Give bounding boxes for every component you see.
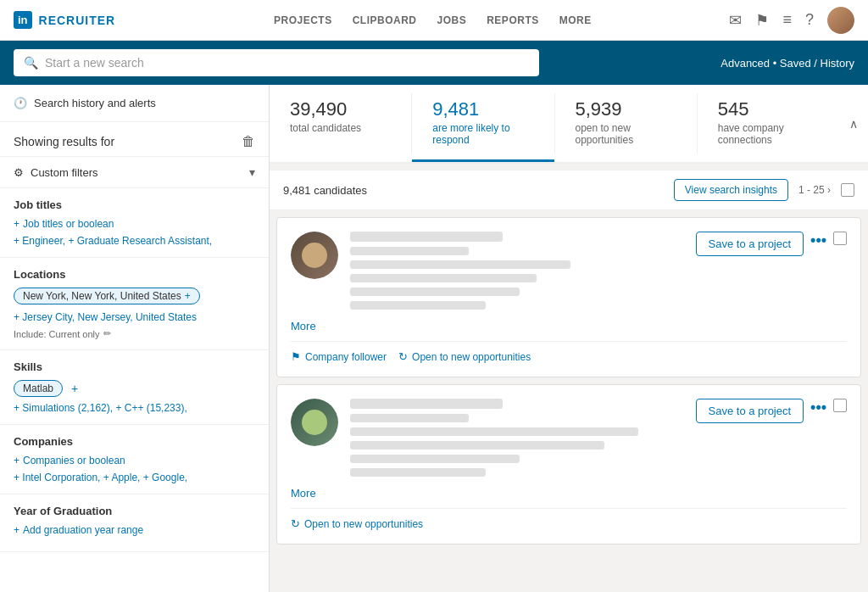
stat-likely-label: are more likely to respond — [432, 122, 533, 146]
top-nav: in RECRUITER PROJECTS CLIPBOARD JOBS REP… — [0, 0, 868, 41]
stat-total-label: total candidates — [290, 122, 391, 134]
search-input-wrap[interactable]: 🔍 Start a new search — [14, 49, 539, 76]
company-tag[interactable]: + Intel Corporation, + Apple, + Google, — [14, 472, 187, 483]
locations-section: Locations New York, New York, United Sta… — [0, 258, 269, 350]
search-placeholder: Start a new search — [45, 56, 144, 70]
skeleton-company — [350, 260, 570, 269]
save-to-project-button[interactable]: Save to a project — [696, 232, 804, 256]
stat-connections[interactable]: 545 have company connections — [698, 85, 839, 162]
skill-tags: + Simulations (2,162), + C++ (15,233), — [14, 402, 255, 414]
open-opportunities-badge: ↻ Open to new opportunities — [398, 350, 531, 363]
brand-name: RECRUITER — [39, 14, 116, 27]
skill-chip: Matlab — [14, 380, 63, 397]
delete-filter-button[interactable]: 🗑 — [242, 134, 255, 149]
skeleton-education — [350, 288, 520, 296]
location-link[interactable]: + Jersey City, New Jersey, United States — [14, 311, 197, 323]
edit-icon[interactable]: ✏ — [103, 328, 111, 339]
job-title-placeholder: Job titles or boolean — [23, 218, 114, 230]
search-icon: 🔍 — [24, 56, 38, 70]
custom-filters-left: ⚙ Custom filters — [14, 166, 97, 179]
clock-icon: 🕐 — [14, 97, 27, 109]
custom-filters-label: Custom filters — [31, 166, 97, 179]
results-header: 9,481 candidates View search insights 1 … — [270, 170, 868, 210]
nav-clipboard[interactable]: CLIPBOARD — [353, 14, 417, 26]
results-count: 9,481 candidates — [283, 184, 367, 197]
sidebar-header: 🕐 Search history and alerts — [0, 85, 269, 122]
skills-title: Skills — [14, 360, 255, 373]
candidate-avatar — [291, 232, 338, 279]
view-insights-button[interactable]: View search insights — [674, 179, 788, 201]
more-options-button[interactable]: ••• — [810, 399, 826, 416]
candidate-checkbox[interactable] — [833, 399, 847, 412]
plus-icon: + — [14, 524, 19, 536]
skeleton-location — [350, 274, 537, 282]
list-icon[interactable]: ≡ — [782, 11, 792, 29]
search-bar: 🔍 Start a new search Advanced • Saved / … — [0, 41, 868, 85]
mail-icon[interactable]: ✉ — [729, 11, 742, 30]
nav-icons: ✉ ⚑ ≡ ? — [729, 7, 854, 34]
help-icon[interactable]: ? — [805, 11, 814, 29]
flag-icon[interactable]: ⚑ — [755, 11, 769, 30]
save-to-project-button[interactable]: Save to a project — [696, 399, 804, 423]
skill-chip-text: Matlab — [23, 383, 53, 394]
showing-results: Showing results for 🗑 — [0, 122, 269, 157]
add-job-title[interactable]: + Job titles or boolean — [14, 218, 255, 230]
stat-open[interactable]: 5,939 open to new opportunities — [555, 85, 697, 162]
job-titles-title: Job titles — [14, 198, 255, 211]
company-follower-label: Company follower — [305, 351, 387, 363]
card-top: Save to a project ••• — [291, 232, 847, 315]
custom-filters[interactable]: ⚙ Custom filters ▾ — [0, 157, 269, 188]
skills-row: Matlab + — [14, 380, 255, 397]
open-badge-icon: ↻ — [291, 517, 300, 530]
candidate-avatar — [291, 399, 338, 446]
skeleton-location — [350, 441, 604, 450]
add-graduation[interactable]: + Add graduation year range — [14, 524, 255, 536]
skeleton-title — [350, 247, 469, 255]
card-actions: Save to a project ••• — [696, 232, 847, 315]
graduation-title: Year of Graduation — [14, 505, 255, 517]
stat-total[interactable]: 39,490 total candidates — [270, 85, 411, 162]
candidate-card: Save to a project ••• More ⚑ Company fol… — [276, 217, 861, 377]
main-layout: 🕐 Search history and alerts Showing resu… — [0, 85, 868, 592]
add-skill-button[interactable]: + — [71, 382, 78, 395]
card-info — [350, 232, 684, 315]
content-area: 39,490 total candidates 9,481 are more l… — [270, 85, 868, 592]
stat-connections-label: have company connections — [718, 122, 819, 146]
logo-in: in — [18, 14, 28, 26]
skills-section: Skills Matlab + + Simulations (2,162), +… — [0, 350, 269, 425]
locations-title: Locations — [14, 268, 255, 281]
skeleton-name — [350, 232, 503, 242]
plus-icon: + — [14, 218, 19, 230]
history-label: Search history and alerts — [34, 97, 156, 109]
open-opportunities-badge: ↻ Open to new opportunities — [291, 517, 423, 530]
plus-icon: + — [14, 455, 19, 466]
search-advanced[interactable]: Advanced • Saved / History — [721, 57, 854, 70]
stat-connections-number: 545 — [718, 98, 819, 120]
more-link[interactable]: More — [291, 487, 847, 500]
nav-projects[interactable]: PROJECTS — [274, 14, 332, 26]
job-title-tag[interactable]: + Engineer, + Graduate Research Assistan… — [14, 235, 212, 247]
more-options-button[interactable]: ••• — [810, 232, 826, 249]
stat-likely[interactable]: 9,481 are more likely to respond — [412, 85, 554, 162]
avatar[interactable] — [827, 7, 854, 34]
companies-section: Companies + Companies or boolean + Intel… — [0, 425, 269, 494]
card-info — [350, 399, 684, 482]
more-link[interactable]: More — [291, 320, 847, 332]
company-placeholder: Companies or boolean — [23, 455, 125, 466]
stats-collapse-button[interactable]: ∧ — [839, 85, 868, 162]
open-opportunities-label: Open to new opportunities — [304, 518, 423, 530]
skeleton-company — [350, 427, 638, 436]
candidate-checkbox[interactable] — [833, 232, 847, 245]
skeleton-name — [350, 399, 503, 409]
nav-jobs[interactable]: JOBS — [437, 14, 467, 26]
graduation-placeholder: Add graduation year range — [23, 524, 143, 536]
chevron-up-icon: ∧ — [849, 117, 858, 131]
add-company[interactable]: + Companies or boolean — [14, 455, 255, 466]
skill-tag[interactable]: + Simulations (2,162), + C++ (15,233), — [14, 402, 187, 414]
pagination[interactable]: 1 - 25 › — [798, 184, 831, 196]
add-location-plus[interactable]: + — [185, 290, 191, 302]
nav-reports[interactable]: REPORTS — [487, 14, 539, 26]
nav-more[interactable]: MORE — [559, 14, 592, 26]
select-all-checkbox[interactable] — [841, 183, 854, 197]
candidate-card: Save to a project ••• More ↻ Open to new… — [276, 384, 861, 545]
